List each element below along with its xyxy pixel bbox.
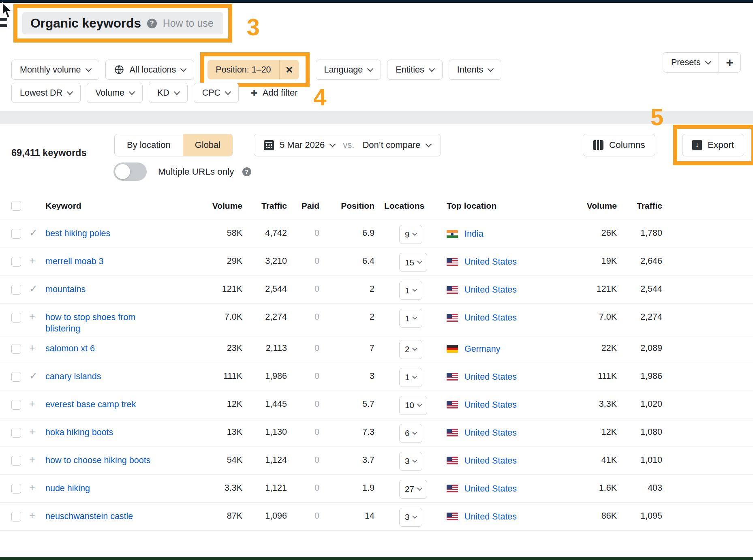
top-location-link[interactable]: United States xyxy=(464,484,517,494)
help-icon[interactable]: ? xyxy=(147,19,157,28)
keyword-status-icon[interactable]: + xyxy=(25,419,41,438)
row-checkbox[interactable] xyxy=(0,248,25,267)
kd-filter[interactable]: KD xyxy=(149,83,188,103)
keyword-link[interactable]: best hiking poles xyxy=(45,228,110,239)
by-location-tab[interactable]: By location xyxy=(115,134,183,156)
keyword-link[interactable]: how to choose hiking boots xyxy=(45,455,150,466)
col-header-paid[interactable]: Paid xyxy=(287,194,319,211)
keyword-status-icon[interactable]: + xyxy=(25,391,41,410)
top-location-link[interactable]: United States xyxy=(464,313,517,323)
top-location-link[interactable]: India xyxy=(464,229,483,239)
row-checkbox[interactable] xyxy=(0,304,25,323)
keyword-link[interactable]: mountains xyxy=(45,284,86,295)
col-header-volume-2[interactable]: Volume xyxy=(531,194,617,211)
keyword-link[interactable]: merrell moab 3 xyxy=(45,256,103,267)
volume-filter[interactable]: Volume xyxy=(87,83,143,103)
country-flag-icon xyxy=(447,513,458,521)
keyword-status-icon[interactable]: ✓ xyxy=(25,220,41,239)
top-volume-value: 86K xyxy=(531,503,617,521)
locations-dropdown[interactable]: 3 xyxy=(399,508,422,527)
row-checkbox[interactable] xyxy=(0,335,25,354)
col-header-top-location[interactable]: Top location xyxy=(444,194,531,211)
locations-dropdown[interactable]: 15 xyxy=(399,253,427,272)
row-checkbox[interactable] xyxy=(0,475,25,494)
col-header-traffic-2[interactable]: Traffic xyxy=(617,194,662,211)
date-compare-control[interactable]: 5 Mar 2026 vs. Don’t compare xyxy=(254,134,441,156)
locations-dropdown[interactable]: 1 xyxy=(399,281,422,300)
top-location-link[interactable]: United States xyxy=(464,428,517,438)
position-value: 2 xyxy=(319,276,374,294)
cpc-filter[interactable]: CPC xyxy=(194,83,239,103)
global-tab[interactable]: Global xyxy=(183,134,233,156)
locations-dropdown[interactable]: 3 xyxy=(399,452,422,471)
lowest-dr-filter[interactable]: Lowest DR xyxy=(11,83,81,103)
row-checkbox[interactable] xyxy=(0,220,25,239)
location-mode-segmented-control: By location Global xyxy=(114,134,233,156)
keyword-link[interactable]: nude hiking xyxy=(45,483,90,494)
col-header-keyword[interactable]: Keyword xyxy=(41,194,170,211)
annotation-box-4: Position: 1–20 × 4 xyxy=(200,52,309,87)
entities-filter[interactable]: Entities xyxy=(387,60,443,80)
export-button[interactable]: ↓ Export xyxy=(682,134,744,156)
intents-filter[interactable]: Intents xyxy=(449,60,502,80)
locations-dropdown[interactable]: 10 xyxy=(399,396,427,415)
keyword-status-icon[interactable]: + xyxy=(25,304,41,323)
keyword-status-icon[interactable]: ✓ xyxy=(25,363,41,382)
all-locations-filter[interactable]: All locations xyxy=(105,60,195,80)
locations-dropdown[interactable]: 6 xyxy=(399,424,422,443)
keyword-status-icon[interactable]: + xyxy=(25,335,41,354)
row-checkbox[interactable] xyxy=(0,391,25,410)
locations-dropdown[interactable]: 1 xyxy=(399,309,422,328)
add-preset-button[interactable]: + xyxy=(719,53,740,72)
col-header-locations[interactable]: Locations xyxy=(374,194,444,211)
columns-button[interactable]: Columns xyxy=(583,134,655,156)
keyword-status-icon[interactable]: + xyxy=(25,447,41,466)
locations-dropdown[interactable]: 9 xyxy=(399,225,422,244)
col-header-position[interactable]: Position xyxy=(319,194,374,211)
keyword-link[interactable]: neuschwanstein castle xyxy=(45,511,133,522)
top-location-link[interactable]: United States xyxy=(464,400,517,410)
presets-button[interactable]: Presets xyxy=(663,53,719,72)
add-filter-button[interactable]: + Add filter xyxy=(250,87,297,99)
compare-value[interactable]: Don’t compare xyxy=(362,140,420,150)
keyword-status-icon[interactable]: + xyxy=(25,248,41,267)
keyword-link[interactable]: everest base camp trek xyxy=(45,399,136,410)
row-checkbox[interactable] xyxy=(0,363,25,382)
top-location-link[interactable]: United States xyxy=(464,257,517,267)
row-checkbox[interactable] xyxy=(0,276,25,295)
language-filter[interactable]: Language xyxy=(316,60,381,80)
keyword-link[interactable]: how to stop shoes from blistering xyxy=(45,312,152,335)
col-header-volume[interactable]: Volume xyxy=(170,194,242,211)
row-checkbox[interactable] xyxy=(0,447,25,466)
date-value[interactable]: 5 Mar 2026 xyxy=(280,140,325,150)
row-checkbox[interactable] xyxy=(0,419,25,438)
row-checkbox[interactable] xyxy=(0,503,25,522)
locations-dropdown[interactable]: 1 xyxy=(399,368,422,387)
top-location-link[interactable]: United States xyxy=(464,372,517,382)
remove-filter-icon[interactable]: × xyxy=(280,60,299,79)
top-traffic-value: 1,095 xyxy=(617,503,662,521)
keyword-status-icon[interactable]: + xyxy=(25,475,41,494)
locations-dropdown[interactable]: 27 xyxy=(399,480,427,499)
col-header-traffic[interactable]: Traffic xyxy=(242,194,287,211)
select-all-checkbox[interactable] xyxy=(0,194,25,211)
how-to-use-link[interactable]: How to use xyxy=(163,17,214,29)
position-filter-chip[interactable]: Position: 1–20 × xyxy=(208,60,299,79)
keyword-status-icon[interactable]: ✓ xyxy=(25,276,41,295)
multiple-urls-toggle[interactable] xyxy=(113,162,147,181)
table-row: + neuschwanstein castle 87K 1,096 0 14 3… xyxy=(0,503,753,531)
top-location-link[interactable]: Germany xyxy=(464,344,500,354)
keyword-link[interactable]: hoka hiking boots xyxy=(45,427,113,438)
locations-dropdown[interactable]: 2 xyxy=(399,340,422,359)
top-location-link[interactable]: United States xyxy=(464,456,517,466)
position-value: 2 xyxy=(319,304,374,322)
paid-value: 0 xyxy=(287,220,319,238)
keyword-status-icon[interactable]: + xyxy=(25,503,41,522)
help-icon[interactable]: ? xyxy=(242,167,251,176)
monthly-volume-filter[interactable]: Monthly volume xyxy=(11,60,99,80)
keyword-link[interactable]: salomon xt 6 xyxy=(45,343,95,355)
top-location-link[interactable]: United States xyxy=(464,285,517,295)
top-location-link[interactable]: United States xyxy=(464,512,517,522)
traffic-value: 1,096 xyxy=(242,503,287,521)
keyword-link[interactable]: canary islands xyxy=(45,371,101,383)
